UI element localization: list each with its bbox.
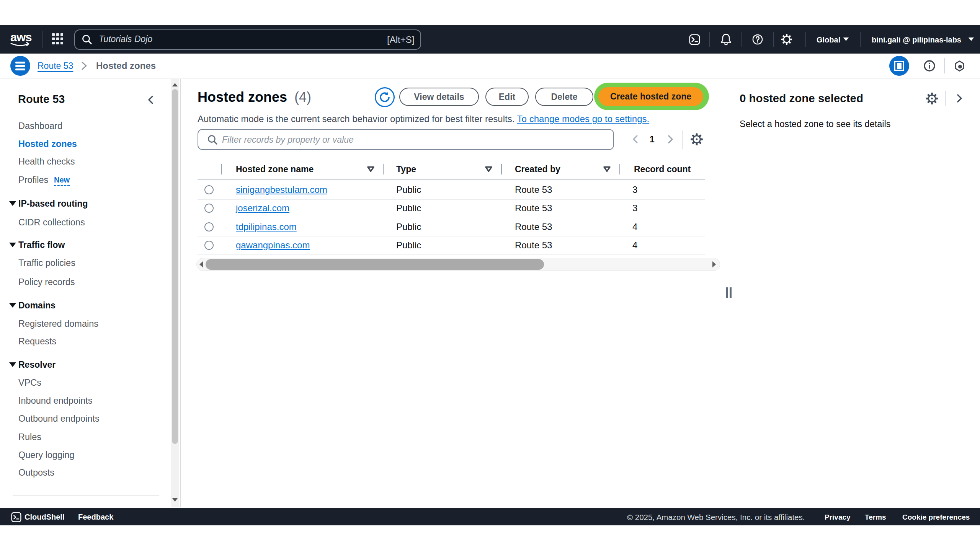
svg-text:aws: aws (10, 31, 32, 44)
